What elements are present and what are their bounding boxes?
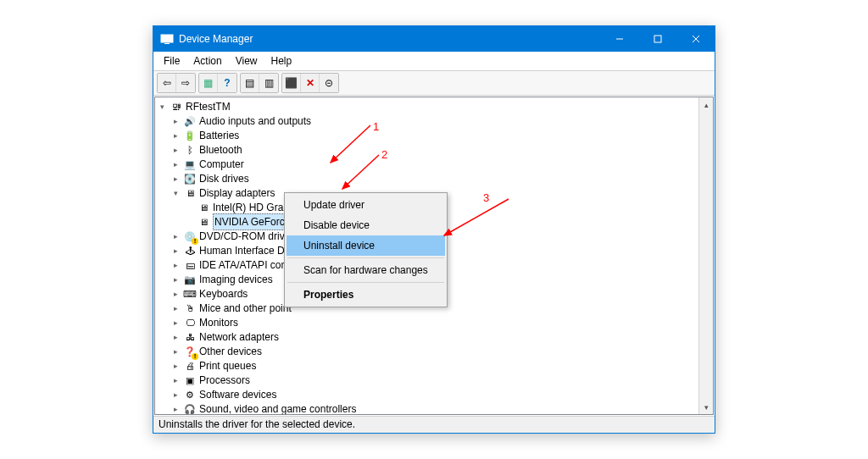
expand-icon[interactable]: ▸ (170, 128, 181, 143)
expand-icon[interactable]: ▸ (170, 142, 181, 158)
monitor-icon: 🖵 (183, 316, 197, 329)
context-menu-item[interactable]: Uninstall device (287, 235, 445, 256)
context-menu-item[interactable]: Properties (287, 285, 445, 305)
scan-hardware-button[interactable]: ⬛ (282, 74, 301, 92)
context-menu-item[interactable]: Scan for hardware changes (287, 260, 445, 280)
other-icon: ❓! (183, 345, 197, 358)
svg-rect-3 (654, 36, 661, 42)
titlebar-controls (600, 26, 715, 52)
expand-icon[interactable]: ▸ (170, 286, 181, 301)
tree-row[interactable]: ▸💻Computer (157, 157, 713, 171)
expand-icon[interactable]: ▸ (170, 157, 181, 172)
expand-icon[interactable]: ▸ (170, 229, 181, 244)
menu-action[interactable]: Action (186, 53, 228, 69)
tree-row[interactable]: ▸❓!Other devices (157, 344, 713, 358)
imaging-icon: 📷 (183, 273, 197, 286)
forward-icon: ⇨ (181, 77, 190, 89)
pc-icon: 🖳 (170, 100, 183, 113)
collapse-icon[interactable]: ▾ (157, 99, 167, 114)
collapse-icon[interactable]: ▾ (170, 185, 181, 201)
properties-icon: ▤ (245, 77, 254, 89)
audio-icon: 🔊 (183, 114, 197, 128)
menu-file[interactable]: File (157, 53, 186, 69)
forward-button[interactable]: ⇨ (176, 74, 195, 92)
tree-row[interactable]: ▸🖧Network adapters (157, 329, 713, 344)
scroll-down-button[interactable]: ▾ (699, 400, 713, 414)
properties2-button[interactable]: ▥ (259, 74, 278, 92)
uninstall-button[interactable]: ✕ (301, 74, 320, 92)
svg-rect-1 (164, 43, 170, 44)
tree-label: Sound, video and game controllers (199, 401, 356, 415)
context-menu[interactable]: Update driverDisable deviceUninstall dev… (284, 192, 448, 307)
tree-row[interactable]: ▸ᛒBluetooth (157, 142, 713, 157)
expand-icon[interactable]: ▸ (170, 387, 181, 402)
properties2-icon: ▥ (264, 77, 274, 89)
scrollbar-vertical[interactable]: ▴ ▾ (698, 97, 713, 414)
ide-icon: 🖴 (183, 258, 197, 272)
tree-row[interactable]: ▸💽Disk drives (157, 171, 713, 185)
expand-icon[interactable]: ▸ (170, 243, 181, 258)
window-title: Device Manager (179, 33, 253, 45)
menu-help[interactable]: Help (264, 53, 299, 69)
display-icon: 🖥 (197, 215, 210, 229)
tree-label: Batteries (199, 128, 239, 143)
tree-row[interactable]: ▸🖵Monitors (157, 315, 713, 329)
tree-label: Audio inputs and outputs (199, 113, 311, 129)
dvd-icon: 💿! (183, 230, 197, 243)
bluetooth-icon: ᛒ (183, 143, 197, 157)
help-button[interactable]: ? (218, 74, 236, 92)
help-icon: ? (224, 77, 230, 89)
titlebar: Device Manager (153, 26, 715, 52)
disable-button[interactable]: ⊝ (320, 74, 338, 92)
expand-icon[interactable]: ▸ (170, 113, 181, 129)
sound-icon: 🎧 (183, 402, 197, 415)
disable-icon: ⊝ (325, 77, 333, 89)
tree-row[interactable]: ▸⚙Software devices (157, 387, 713, 401)
tree-label: Keyboards (199, 286, 248, 301)
tree-label: Computer (199, 157, 244, 172)
context-menu-item[interactable]: Update driver (287, 195, 445, 215)
tree-label: Print queues (199, 358, 256, 373)
scroll-up-button[interactable]: ▴ (699, 97, 713, 112)
expand-icon[interactable]: ▸ (170, 373, 181, 388)
properties-button[interactable]: ▤ (241, 74, 259, 92)
context-menu-separator (287, 257, 444, 258)
tree-row[interactable]: ▸🔋Batteries (157, 128, 713, 142)
tree-label: Software devices (199, 387, 276, 402)
statusbar-text: Uninstalls the driver for the selected d… (159, 418, 355, 430)
maximize-button[interactable] (638, 26, 676, 52)
tree-label: NVIDIA GeForce (213, 213, 292, 230)
expand-icon[interactable]: ▸ (170, 315, 181, 330)
print-icon: 🖨 (183, 359, 197, 373)
tree-row[interactable]: ▸🔊Audio inputs and outputs (157, 113, 713, 128)
back-icon: ⇦ (163, 77, 171, 89)
keyboard-icon: ⌨ (183, 287, 197, 301)
tree-label: RFtestTM (186, 99, 231, 114)
expand-icon[interactable]: ▸ (170, 272, 181, 287)
show-hidden-button[interactable]: ▦ (199, 74, 218, 92)
context-menu-item[interactable]: Disable device (287, 215, 445, 235)
computer-icon: 💻 (183, 158, 197, 171)
tree-label: Other devices (199, 344, 262, 359)
tree-label: Imaging devices (199, 272, 273, 287)
expand-icon[interactable]: ▸ (170, 401, 181, 415)
app-icon (160, 32, 174, 46)
statusbar: Uninstalls the driver for the selected d… (153, 416, 715, 433)
back-button[interactable]: ⇦ (158, 74, 176, 92)
minimize-button[interactable] (600, 26, 638, 52)
delete-icon: ✕ (306, 77, 314, 89)
tree-row[interactable]: ▸🎧Sound, video and game controllers (157, 401, 713, 414)
expand-icon[interactable]: ▸ (170, 301, 181, 316)
expand-icon[interactable]: ▸ (170, 344, 181, 359)
expand-icon[interactable]: ▸ (170, 329, 181, 345)
expand-icon[interactable]: ▸ (170, 171, 181, 186)
tree-row[interactable]: ▾🖳RFtestTM (157, 99, 713, 113)
expand-icon[interactable]: ▸ (170, 358, 181, 373)
expand-icon[interactable]: ▸ (170, 257, 181, 273)
tree-row[interactable]: ▸🖨Print queues (157, 358, 713, 373)
scan-icon: ⬛ (285, 77, 298, 89)
close-button[interactable] (676, 26, 715, 52)
software-icon: ⚙ (183, 388, 197, 401)
tree-row[interactable]: ▸▣Processors (157, 373, 713, 387)
menu-view[interactable]: View (229, 53, 264, 69)
